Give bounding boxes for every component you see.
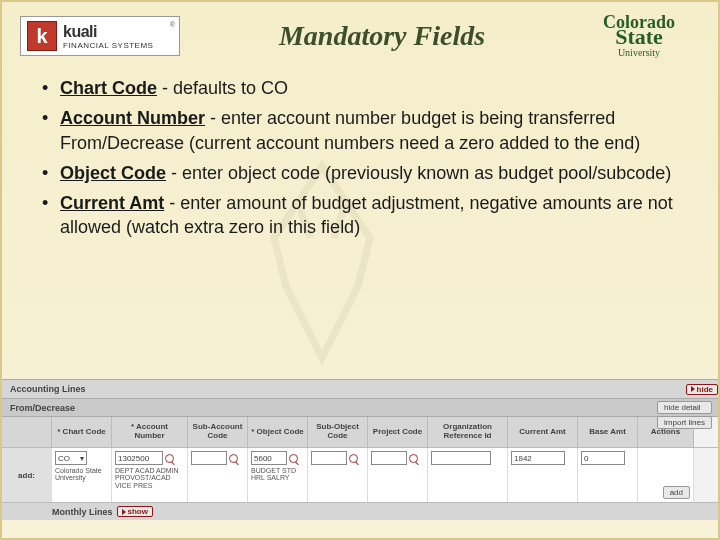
object-cell: 5600 BUDGET STD HRL SALRY — [248, 448, 308, 502]
lookup-icon[interactable] — [349, 454, 358, 463]
lookup-icon[interactable] — [229, 454, 238, 463]
col-orgref: Organization Reference Id — [428, 417, 508, 447]
subaccount-input[interactable] — [191, 451, 227, 465]
account-desc: DEPT ACAD ADMIN PROVOST/ACAD VICE PRES — [115, 467, 184, 489]
kuali-sub: FINANCIAL SYSTEMS — [63, 41, 153, 50]
col-blank — [2, 417, 52, 447]
kuali-name: kuali — [63, 23, 153, 41]
current-cell: 1842 — [508, 448, 578, 502]
chart-cell: CO▾ Colorado State University — [52, 448, 112, 502]
add-row: add: CO▾ Colorado State University 13025… — [2, 448, 718, 502]
col-object: * Object Code — [248, 417, 308, 447]
kuali-k-icon: k — [27, 21, 57, 51]
base-input[interactable]: 0 — [581, 451, 625, 465]
add-label: add: — [2, 448, 52, 502]
col-project: Project Code — [368, 417, 428, 447]
slide: k kuali FINANCIAL SYSTEMS ® Mandatory Fi… — [0, 0, 720, 540]
col-subaccount: Sub-Account Code — [188, 417, 248, 447]
registered-icon: ® — [170, 21, 175, 28]
hide-button[interactable]: hide — [686, 384, 718, 395]
subobject-cell — [308, 448, 368, 502]
arrow-right-icon — [691, 386, 695, 392]
chart-select[interactable]: CO▾ — [55, 451, 87, 465]
from-decrease-row: From/Decrease — [2, 399, 718, 417]
page-title: Mandatory Fields — [180, 20, 584, 52]
csu-logo: Colorado State University — [584, 15, 694, 57]
bullet-chart-code: Chart Code - defaults to CO — [42, 76, 678, 100]
add-button[interactable]: add — [663, 486, 690, 499]
csu-state: State — [584, 28, 694, 47]
orgref-cell — [428, 448, 508, 502]
panel-title: Accounting Lines — [10, 384, 86, 394]
csu-university: University — [584, 49, 694, 58]
col-base: Base Amt — [578, 417, 638, 447]
col-account: * Account Number — [112, 417, 188, 447]
bullet-current-amt: Current Amt - enter amount of budget adj… — [42, 191, 678, 240]
show-button[interactable]: show — [117, 506, 153, 517]
object-desc: BUDGET STD HRL SALRY — [251, 467, 304, 482]
col-current: Current Amt — [508, 417, 578, 447]
import-lines-button[interactable]: import lines — [657, 416, 712, 429]
subaccount-cell — [188, 448, 248, 502]
accounting-lines-header: Accounting Lines hide — [2, 379, 718, 399]
project-input[interactable] — [371, 451, 407, 465]
orgref-input[interactable] — [431, 451, 491, 465]
chart-desc: Colorado State University — [55, 467, 108, 482]
account-input[interactable]: 1302500 — [115, 451, 163, 465]
bullet-list: Chart Code - defaults to CO Account Numb… — [2, 66, 718, 240]
actions-cell: add — [638, 448, 694, 502]
current-input[interactable]: 1842 — [511, 451, 565, 465]
lookup-icon[interactable] — [409, 454, 418, 463]
col-subobject: Sub-Object Code — [308, 417, 368, 447]
bullet-object-code: Object Code - enter object code (previou… — [42, 161, 678, 185]
arrow-right-icon — [122, 509, 126, 515]
lookup-icon[interactable] — [165, 454, 174, 463]
col-chart-code: * Chart Code — [52, 417, 112, 447]
account-cell: 1302500 DEPT ACAD ADMIN PROVOST/ACAD VIC… — [112, 448, 188, 502]
monthly-lines-row: Monthly Lines show — [2, 502, 718, 520]
column-headers: * Chart Code * Account Number Sub-Accoun… — [2, 417, 718, 448]
base-cell: 0 — [578, 448, 638, 502]
accounting-lines-panel: Accounting Lines hide hide detail import… — [2, 379, 718, 520]
lookup-icon[interactable] — [289, 454, 298, 463]
header: k kuali FINANCIAL SYSTEMS ® Mandatory Fi… — [2, 2, 718, 66]
project-cell — [368, 448, 428, 502]
hide-detail-button[interactable]: hide detail — [657, 401, 712, 414]
kuali-logo: k kuali FINANCIAL SYSTEMS ® — [20, 16, 180, 56]
object-input[interactable]: 5600 — [251, 451, 287, 465]
bullet-account-number: Account Number - enter account number bu… — [42, 106, 678, 155]
subobject-input[interactable] — [311, 451, 347, 465]
